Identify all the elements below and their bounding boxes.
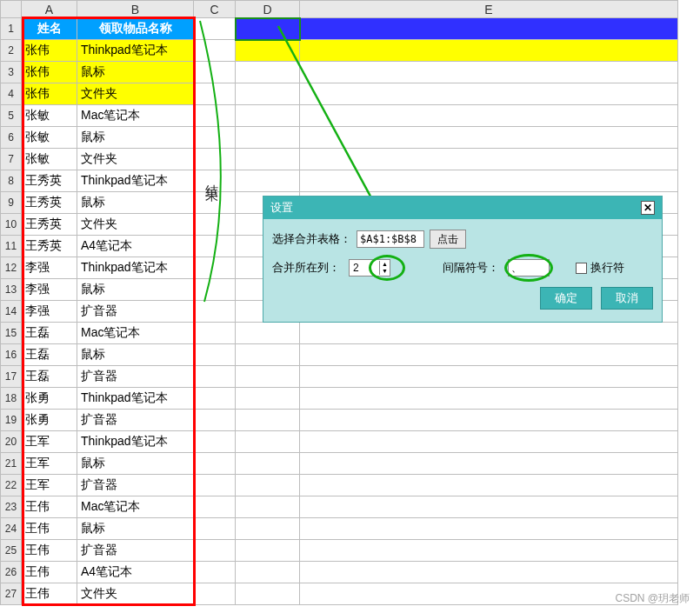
row-header[interactable]: 4	[1, 83, 22, 105]
cell[interactable]	[300, 366, 678, 388]
cell[interactable]: 王秀英	[22, 170, 77, 192]
cell[interactable]	[300, 410, 678, 431]
cell[interactable]: 王磊	[22, 344, 77, 366]
cell[interactable]	[236, 431, 300, 453]
cell[interactable]	[194, 105, 236, 127]
cell[interactable]	[194, 496, 236, 518]
cell[interactable]	[300, 562, 678, 583]
cell[interactable]: 文件夹	[77, 214, 194, 236]
cell[interactable]: Thinkpad笔记本	[77, 431, 194, 453]
cell[interactable]: 扩音器	[77, 475, 194, 496]
cell[interactable]	[194, 127, 236, 149]
row-header[interactable]: 27	[1, 583, 22, 605]
col-header-c[interactable]: C	[194, 1, 236, 18]
row-header[interactable]: 6	[1, 127, 22, 149]
cell[interactable]: 文件夹	[77, 583, 194, 605]
cell[interactable]: Thinkpad笔记本	[77, 257, 194, 279]
cell[interactable]	[236, 366, 300, 388]
cell[interactable]: A4笔记本	[77, 562, 194, 583]
sep-input[interactable]	[508, 259, 550, 277]
cell[interactable]	[300, 540, 678, 562]
cell[interactable]: 王伟	[22, 496, 77, 518]
cell[interactable]: 鼠标	[77, 192, 194, 214]
row-header[interactable]: 21	[1, 453, 22, 475]
row-header[interactable]: 19	[1, 410, 22, 431]
cell[interactable]	[300, 83, 678, 105]
wrap-checkbox[interactable]: 换行符	[576, 260, 624, 276]
ok-button[interactable]: 确定	[540, 287, 592, 310]
cell[interactable]	[194, 83, 236, 105]
cell[interactable]	[236, 323, 300, 344]
cell[interactable]: A4笔记本	[77, 236, 194, 257]
cell[interactable]: 王军	[22, 431, 77, 453]
cell[interactable]	[194, 279, 236, 301]
cell[interactable]	[236, 344, 300, 366]
cell[interactable]: 张勇	[22, 388, 77, 410]
cell[interactable]: Mac笔记本	[77, 496, 194, 518]
click-button[interactable]: 点击	[430, 230, 466, 249]
cell[interactable]	[300, 475, 678, 496]
cell[interactable]	[194, 518, 236, 540]
col-header-a[interactable]: A	[22, 1, 77, 18]
cell[interactable]	[194, 62, 236, 83]
cell[interactable]: 张伟	[22, 83, 77, 105]
cell[interactable]	[194, 410, 236, 431]
row-header[interactable]: 8	[1, 170, 22, 192]
cell[interactable]	[194, 149, 236, 170]
cell[interactable]	[236, 540, 300, 562]
cell[interactable]	[236, 170, 300, 192]
cell[interactable]: 文件夹	[77, 149, 194, 170]
cell[interactable]	[300, 323, 678, 344]
cell[interactable]	[194, 475, 236, 496]
cell[interactable]: 王伟	[22, 518, 77, 540]
cell[interactable]	[194, 583, 236, 605]
cell[interactable]	[300, 496, 678, 518]
cell[interactable]	[300, 518, 678, 540]
cell[interactable]	[194, 453, 236, 475]
cell[interactable]: 李强	[22, 257, 77, 279]
cell[interactable]	[194, 388, 236, 410]
cell[interactable]: 张伟	[22, 40, 77, 62]
cell[interactable]	[300, 170, 678, 192]
cell[interactable]: Mac笔记本	[77, 323, 194, 344]
cell[interactable]	[300, 62, 678, 83]
cell[interactable]	[194, 431, 236, 453]
cell[interactable]	[300, 105, 678, 127]
cell[interactable]: Thinkpad笔记本	[77, 170, 194, 192]
cell[interactable]: 扩音器	[77, 366, 194, 388]
cell[interactable]: 扩音器	[77, 410, 194, 431]
cell[interactable]	[194, 257, 236, 279]
close-icon[interactable]: ✕	[641, 201, 655, 215]
cell[interactable]	[194, 301, 236, 323]
cell[interactable]	[236, 83, 300, 105]
cell[interactable]	[194, 540, 236, 562]
row-header[interactable]: 20	[1, 431, 22, 453]
col-input[interactable]	[350, 261, 379, 275]
cell[interactable]	[194, 192, 236, 214]
cell[interactable]	[236, 518, 300, 540]
cell[interactable]: 领取物品名称	[77, 18, 194, 40]
row-header[interactable]: 11	[1, 236, 22, 257]
cell[interactable]	[194, 323, 236, 344]
chevron-down-icon[interactable]: ▼	[380, 268, 390, 275]
cell[interactable]: 鼠标	[77, 279, 194, 301]
cell[interactable]	[300, 149, 678, 170]
cell[interactable]	[236, 496, 300, 518]
cell[interactable]: 文件夹	[77, 83, 194, 105]
cell[interactable]: 王伟	[22, 540, 77, 562]
cell[interactable]	[194, 214, 236, 236]
cell[interactable]	[194, 236, 236, 257]
cell[interactable]	[236, 127, 300, 149]
row-header[interactable]: 13	[1, 279, 22, 301]
cell[interactable]	[236, 453, 300, 475]
col-header-b[interactable]: B	[77, 1, 194, 18]
cell[interactable]: 李强	[22, 279, 77, 301]
cell[interactable]: 张勇	[22, 410, 77, 431]
cell[interactable]: 王秀英	[22, 214, 77, 236]
cell[interactable]	[236, 562, 300, 583]
checkbox-icon[interactable]	[576, 263, 587, 274]
corner-cell[interactable]	[1, 1, 22, 18]
row-header[interactable]: 2	[1, 40, 22, 62]
cell[interactable]: 扩音器	[77, 301, 194, 323]
cell[interactable]: 王磊	[22, 323, 77, 344]
